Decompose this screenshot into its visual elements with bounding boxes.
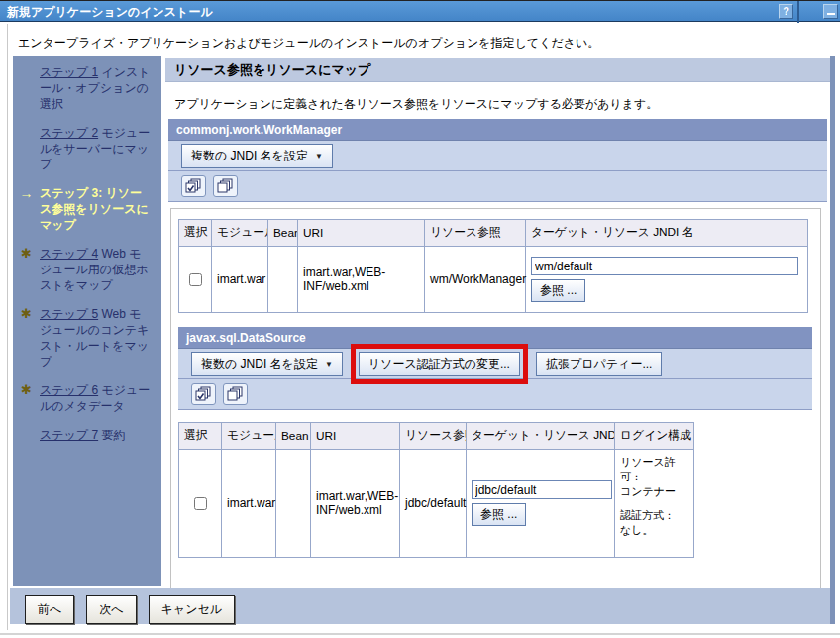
datasource-selection-iconbar — [178, 379, 812, 410]
set-multiple-jndi-button[interactable]: 複数の JNDI 名を設定 ▼ — [191, 352, 343, 376]
step-7-link[interactable]: ステップ 7 — [40, 428, 98, 442]
page-title: リソース参照をリソースにマップ — [165, 58, 830, 82]
set-multiple-jndi-label: 複数の JNDI 名を設定 — [201, 356, 318, 372]
target-jndi-input[interactable] — [472, 480, 612, 499]
step-5-link[interactable]: ステップ 5 — [40, 307, 98, 321]
workmanager-toolbar: 複数の JNDI 名を設定 ▼ — [168, 141, 827, 171]
cell-resource-ref: jdbc/default — [400, 450, 467, 558]
previous-button[interactable]: 前へ — [25, 595, 74, 624]
login-config-line: リソース許可： — [620, 455, 688, 484]
cell-resource-ref: wm/WorkManager — [425, 247, 526, 313]
col-target-jndi: ターゲット・リソース JNDI 名 — [467, 423, 615, 450]
step-2-link[interactable]: ステップ 2 — [40, 126, 98, 140]
cell-module: imart.war — [212, 247, 268, 313]
section-instruction: アプリケーションに定義された各リソース参照をリソースにマップする必要があります。 — [174, 96, 830, 113]
cell-login-config: リソース許可： コンテナー 認証方式： なし。 — [615, 450, 694, 558]
sidebar-step-6[interactable]: ✱ ステップ 6 モジュールのメタデータ — [13, 382, 158, 414]
deselect-all-button[interactable] — [223, 383, 248, 405]
step-6-link[interactable]: ステップ 6 — [40, 383, 98, 397]
content-right-border — [830, 56, 835, 624]
wizard-steps-sidebar: ステップ 1 インストール・オプションの選択 ステップ 2 モジュールをサーバー… — [13, 56, 161, 586]
col-resource-ref: リソース参照 — [425, 220, 526, 247]
cell-target-jndi: 参照 ... — [467, 450, 615, 558]
titlebar-divider — [797, 1, 799, 23]
sidebar-step-5[interactable]: ✱ ステップ 5 Web モジュールのコンテキスト・ルートをマップ — [13, 306, 158, 370]
select-all-button[interactable] — [191, 383, 216, 405]
table-header-row: 選択 モジュール Bean URI リソース参照 ターゲット・リソース JNDI… — [179, 220, 808, 247]
col-login-config: ログイン構成 — [615, 423, 694, 450]
step-star-icon: ✱ — [13, 382, 40, 414]
window-titlebar: 新規アプリケーションのインストール ? — [0, 0, 840, 22]
step-marker-none — [13, 427, 40, 443]
workmanager-table: 選択 モジュール Bean URI リソース参照 ターゲット・リソース JNDI… — [178, 219, 808, 313]
cell-target-jndi: 参照 ... — [526, 247, 808, 313]
step-marker-none — [13, 64, 40, 112]
page-instruction: エンタープライズ・アプリケーションおよびモジュールのインストールのオプションを指… — [18, 35, 599, 52]
login-config-line: なし。 — [620, 523, 688, 538]
page-left-border — [7, 24, 8, 630]
help-button[interactable]: ? — [779, 4, 793, 19]
browse-button[interactable]: 参照 ... — [472, 503, 526, 526]
page-bottom-divider — [0, 633, 840, 635]
section-workmanager: commonj.work.WorkManager 複数の JNDI 名を設定 ▼ — [168, 119, 827, 202]
table-row: imart.war imart.war,WEB-INF/web.xml wm/W… — [179, 247, 808, 313]
next-button[interactable]: 次へ — [86, 595, 136, 624]
highlight-annotation: リソース認証方式の変更... — [351, 344, 528, 384]
sidebar-step-1[interactable]: ステップ 1 インストール・オプションの選択 — [13, 64, 158, 112]
table-header-row: 選択 モジュール Bean URI リソース参照 ターゲット・リソース JNDI… — [179, 423, 694, 450]
select-all-button[interactable] — [181, 175, 206, 197]
minimize-icon — [827, 13, 835, 15]
col-uri: URI — [311, 423, 400, 450]
section-datasource: javax.sql.DataSource 複数の JNDI 名を設定 ▼ リソー… — [178, 327, 812, 410]
row-select-checkbox[interactable] — [189, 273, 202, 286]
deselect-all-icon — [227, 386, 244, 402]
step-3-label-num: ステップ 3: — [40, 186, 102, 200]
deselect-all-button[interactable] — [213, 175, 238, 197]
sidebar-step-7[interactable]: ステップ 7 要約 — [13, 427, 158, 443]
col-select: 選択 — [179, 220, 212, 247]
set-multiple-jndi-label: 複数の JNDI 名を設定 — [191, 148, 308, 164]
modify-resource-auth-button[interactable]: リソース認証方式の変更... — [359, 352, 520, 376]
select-all-icon — [185, 178, 202, 194]
step-4-link[interactable]: ステップ 4 — [40, 247, 98, 261]
sidebar-step-4[interactable]: ✱ ステップ 4 Web モジュール用の仮想ホストをマップ — [13, 246, 158, 293]
col-uri: URI — [298, 220, 425, 247]
login-config-line: コンテナー — [620, 484, 688, 499]
step-1-link[interactable]: ステップ 1 — [40, 65, 98, 79]
datasource-toolbar: 複数の JNDI 名を設定 ▼ リソース認証方式の変更... 拡張プロパティー.… — [178, 349, 812, 379]
login-config-line: 認証方式： — [620, 508, 688, 523]
set-multiple-jndi-button[interactable]: 複数の JNDI 名を設定 ▼ — [181, 144, 333, 168]
step-star-icon: ✱ — [13, 306, 40, 370]
col-bean: Bean — [276, 423, 311, 450]
cancel-button[interactable]: キャンセル — [149, 595, 235, 624]
step-marker-none — [13, 125, 40, 172]
cell-uri: imart.war,WEB-INF/web.xml — [311, 450, 400, 558]
col-bean: Bean — [268, 220, 298, 247]
row-select-checkbox[interactable] — [194, 497, 207, 510]
cell-bean — [268, 247, 298, 313]
window-title: 新規アプリケーションのインストール — [7, 4, 213, 21]
target-jndi-input[interactable] — [531, 257, 798, 275]
cell-module: imart.war — [222, 450, 276, 558]
mapping-panel: 選択 モジュール Bean URI リソース参照 ターゲット・リソース JNDI… — [170, 208, 821, 590]
cell-uri: imart.war,WEB-INF/web.xml — [298, 247, 425, 313]
sidebar-step-3-current: → ステップ 3: リソース参照をリソースにマップ — [13, 185, 158, 233]
col-module: モジュール — [222, 423, 276, 450]
browse-button[interactable]: 参照 ... — [531, 279, 585, 302]
sidebar-step-2[interactable]: ステップ 2 モジュールをサーバーにマップ — [13, 125, 158, 172]
wizard-footer: 前へ 次へ キャンセル — [10, 588, 830, 624]
step-7-label: 要約 — [98, 428, 125, 442]
extended-properties-button[interactable]: 拡張プロパティー... — [536, 352, 662, 376]
minimize-button[interactable] — [823, 4, 838, 19]
col-target-jndi: ターゲット・リソース JNDI 名 — [526, 220, 808, 247]
wizard-main-content: リソース参照をリソースにマップ アプリケーションに定義された各リソース参照をリソ… — [165, 56, 830, 590]
col-resource-ref: リソース参照 — [400, 423, 467, 450]
table-row: imart.war imart.war,WEB-INF/web.xml jdbc… — [179, 450, 694, 558]
col-module: モジュール — [212, 220, 268, 247]
deselect-all-icon — [217, 178, 234, 194]
dropdown-arrow-icon: ▼ — [315, 152, 323, 160]
select-all-icon — [195, 386, 212, 402]
section-workmanager-title: commonj.work.WorkManager — [168, 119, 827, 141]
current-step-arrow-icon: → — [13, 185, 40, 233]
dropdown-arrow-icon: ▼ — [325, 360, 333, 369]
